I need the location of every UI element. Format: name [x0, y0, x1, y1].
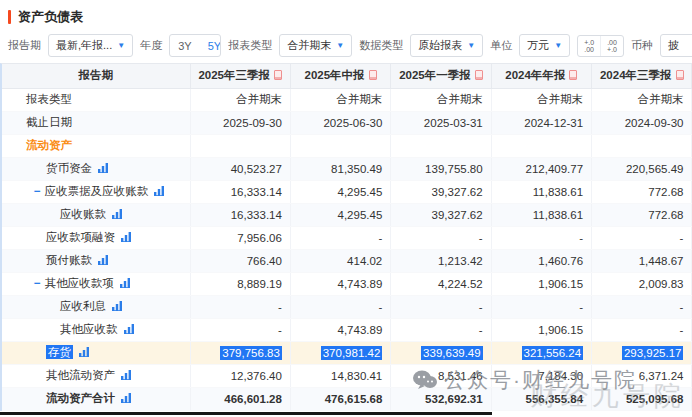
cell-value: 11,838.61 [491, 203, 591, 226]
cell-value: 556,355.84 [491, 387, 591, 410]
row-label[interactable]: 其他流动资产 [46, 369, 115, 381]
table-row: 应收利息----- [2, 295, 692, 318]
bar-chart-icon[interactable] [79, 347, 90, 359]
report-doc-icon[interactable] [676, 70, 684, 80]
collapse-toggle-icon[interactable]: − [34, 185, 41, 197]
bar-chart-icon[interactable] [121, 370, 132, 382]
add-decimal-icon-sub: .00 [584, 46, 594, 53]
currency-select[interactable]: 披 [660, 34, 692, 57]
bar-chart-icon[interactable] [154, 186, 165, 198]
bar-chart-icon[interactable] [112, 209, 123, 221]
currency-group: 币种 披 [631, 34, 692, 57]
table-row: 流动资产 [2, 134, 692, 157]
report-doc-icon[interactable] [274, 70, 282, 80]
decimal-adjust-group: +.0 .00 .00 +.0 [577, 35, 624, 57]
row-label-cell: 流动资产 [2, 134, 190, 157]
unit-select[interactable]: 万元 ▼ [519, 34, 570, 57]
cell-value: 14,830.41 [290, 364, 390, 387]
cell-value: 2025-03-31 [391, 111, 491, 134]
bar-chart-icon[interactable] [120, 278, 131, 290]
year-range-label: 年度 [140, 38, 162, 53]
row-label-cell: 货币资金 [2, 157, 190, 180]
cell-value: 2025-09-30 [190, 111, 290, 134]
report-period-select[interactable]: 最新,年报... ▼ [48, 34, 133, 57]
cell-value: - [190, 295, 290, 318]
report-doc-icon[interactable] [475, 70, 483, 80]
data-type-select[interactable]: 原始报表 ▼ [410, 34, 483, 57]
cell-value: 合并期末 [592, 88, 692, 111]
title-accent-bar [8, 10, 11, 24]
cell-value: 12,376.40 [190, 364, 290, 387]
add-decimal-button[interactable]: +.0 .00 [578, 36, 600, 56]
cell-value: 4,295.45 [290, 203, 390, 226]
cell-value: 1,906.15 [491, 318, 591, 341]
bottom-edge-bar [0, 412, 492, 415]
collapse-toggle-icon[interactable]: − [34, 277, 41, 289]
cell-value: - [391, 318, 491, 341]
row-label[interactable]: 应收款项融资 [46, 231, 115, 243]
add-decimal-icon: +.0 [584, 39, 594, 46]
bar-chart-icon[interactable] [124, 324, 135, 336]
row-label[interactable]: 货币资金 [46, 162, 92, 174]
cell-value: 379,756.83 [190, 341, 290, 364]
table-row: 货币资金40,523.2781,350.49139,755.80212,409.… [2, 157, 692, 180]
cell-value [491, 134, 591, 157]
table-row: 截止日期2025-09-302025-06-302025-03-312024-1… [2, 111, 692, 134]
year-range-segmented: 3Y 5Y 10Y 起始 至 结束 [169, 34, 221, 57]
column-header-period-2[interactable]: 2025年中报 [290, 64, 390, 88]
column-header-period-5[interactable]: 2024年三季报 [592, 64, 692, 88]
row-label[interactable]: 应收账款 [60, 208, 106, 220]
bar-chart-icon[interactable] [121, 232, 132, 244]
column-header-period-3[interactable]: 2025年一季报 [391, 64, 491, 88]
cell-value: 476,615.68 [290, 387, 390, 410]
report-doc-icon[interactable] [369, 70, 377, 80]
bar-chart-icon[interactable] [112, 301, 123, 313]
row-label[interactable]: 预付账款 [46, 254, 92, 266]
row-label[interactable]: 其他应收款 [60, 323, 118, 335]
table-body: 报表类型合并期末合并期末合并期末合并期末合并期末截止日期2025-09-3020… [2, 88, 692, 410]
year-option-5y[interactable]: 5Y [200, 37, 222, 55]
cell-value [190, 134, 290, 157]
row-label[interactable]: 流动资产合计 [46, 392, 115, 404]
cell-value: - [290, 226, 390, 249]
cell-value: 772.68 [592, 180, 692, 203]
currency-label: 币种 [631, 38, 653, 53]
cell-value: 40,523.27 [190, 157, 290, 180]
bar-chart-icon[interactable] [121, 393, 132, 405]
report-doc-icon[interactable] [569, 70, 577, 80]
row-label[interactable]: 其他应收款项 [45, 277, 114, 289]
cell-value: 1,906.15 [491, 272, 591, 295]
cell-value: 321,556.24 [491, 341, 591, 364]
cell-value: 4,743.89 [290, 272, 390, 295]
unit-value: 万元 [527, 38, 549, 53]
cell-value: 7,184.30 [491, 364, 591, 387]
cell-value: 合并期末 [391, 88, 491, 111]
remove-decimal-button[interactable]: .00 +.0 [600, 36, 623, 56]
bar-chart-icon[interactable] [98, 255, 109, 267]
table-row: 预付账款766.40414.021,213.421,460.761,448.67 [2, 249, 692, 272]
row-label[interactable]: 应收利息 [60, 300, 106, 312]
chevron-down-icon: ▼ [467, 42, 475, 50]
row-label-cell: 其他流动资产 [2, 364, 190, 387]
cell-value: - [391, 226, 491, 249]
cell-value: 8,531.46 [391, 364, 491, 387]
table-row: 存货379,756.83370,981.42339,639.49321,556.… [2, 341, 692, 364]
table-row: 其他应收款-4,743.89-1,906.15- [2, 318, 692, 341]
cell-value [391, 134, 491, 157]
column-header-report-period: 报告期 [2, 64, 190, 88]
cell-value: 139,755.80 [391, 157, 491, 180]
cell-value: 合并期末 [491, 88, 591, 111]
row-label: 截止日期 [26, 116, 72, 128]
report-period-value: 最新,年报... [56, 38, 112, 53]
report-type-select[interactable]: 合并期末 ▼ [279, 34, 352, 57]
balance-sheet-table-wrap: 报告期 2025年三季报 2025年中报 2025年一季报 2024年年报 20… [0, 63, 692, 411]
year-option-3y[interactable]: 3Y [170, 37, 199, 55]
row-label[interactable]: 存货 [46, 345, 73, 359]
bar-chart-icon[interactable] [98, 163, 109, 175]
cell-value: - [391, 295, 491, 318]
column-header-period-1[interactable]: 2025年三季报 [190, 64, 290, 88]
column-header-period-4[interactable]: 2024年年报 [491, 64, 591, 88]
cell-value: 1,448.67 [592, 249, 692, 272]
row-label[interactable]: 应收票据及应收账款 [45, 185, 149, 197]
page-header: 资产负债表 [0, 0, 692, 29]
